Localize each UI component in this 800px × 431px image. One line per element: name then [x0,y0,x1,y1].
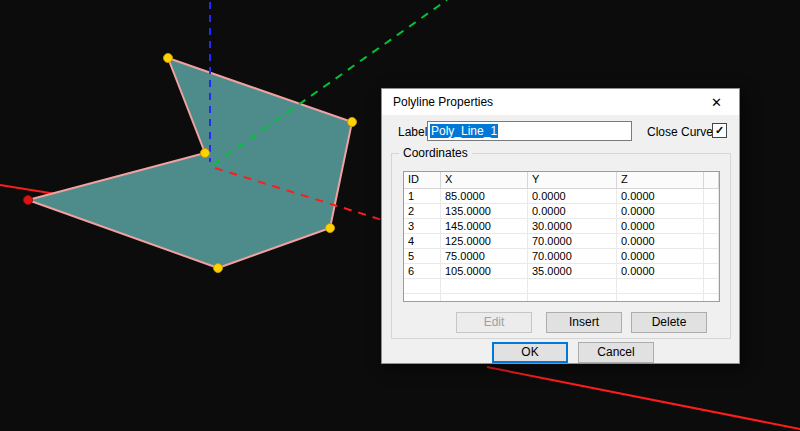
edit-button[interactable]: Edit [456,312,532,333]
cell-y: 0.0000 [528,189,617,204]
coordinates-groupbox-title: Coordinates [399,146,472,160]
table-header-stub [704,172,719,189]
dialog-title: Polyline Properties [382,95,493,109]
cell-z: 0.0000 [617,189,704,204]
polyline-properties-dialog: Polyline Properties ✕ Label Poly_Line_1 … [381,88,740,364]
cell-z: 0.0000 [617,249,704,264]
table-row[interactable]: 3 145.0000 30.0000 0.0000 [404,219,719,234]
vertex-handle[interactable] [164,54,173,63]
vertex-handle[interactable] [326,224,335,233]
cell-y: 70.0000 [528,234,617,249]
cell-z: 0.0000 [617,234,704,249]
cell-stub [704,219,719,234]
cell-empty [704,279,719,294]
table-header-z[interactable]: Z [617,172,704,189]
vertex-handle[interactable] [348,118,357,127]
cell-y: 30.0000 [528,219,617,234]
cell-id: 5 [404,249,441,264]
cell-x: 85.0000 [441,189,528,204]
table-row-empty [404,279,719,294]
cell-id: 6 [404,264,441,279]
close-icon: ✕ [711,96,722,109]
cell-empty [404,279,441,294]
table-header-x[interactable]: X [441,172,528,189]
table-header-id[interactable]: ID [404,172,441,189]
cell-empty [617,294,704,302]
table-row[interactable]: 4 125.0000 70.0000 0.0000 [404,234,719,249]
dialog-body: Label Poly_Line_1 Close Curve ✓ Coordina… [382,115,739,363]
cell-empty [617,279,704,294]
cell-stub [704,264,719,279]
cell-y: 0.0000 [528,204,617,219]
table-row-empty [404,294,719,302]
table-row[interactable]: 1 85.0000 0.0000 0.0000 [404,189,719,204]
ok-button[interactable]: OK [492,342,568,363]
label-input-value: Poly_Line_1 [430,124,498,138]
delete-button[interactable]: Delete [631,312,707,333]
coordinates-table[interactable]: ID X Y Z 1 85.0000 0.0000 0.0000 2 135.0… [403,171,720,302]
cell-id: 3 [404,219,441,234]
close-curve-checkbox[interactable]: ✓ [712,123,727,138]
insert-button[interactable]: Insert [546,312,622,333]
vertex-handle[interactable] [214,264,223,273]
cell-stub [704,189,719,204]
cell-stub [704,249,719,264]
cell-x: 135.0000 [441,204,528,219]
cell-empty [704,294,719,302]
cell-z: 0.0000 [617,204,704,219]
cell-x: 125.0000 [441,234,528,249]
cell-stub [704,234,719,249]
table-row[interactable]: 2 135.0000 0.0000 0.0000 [404,204,719,219]
cell-y: 70.0000 [528,249,617,264]
cell-empty [528,294,617,302]
cell-empty [404,294,441,302]
label-input[interactable]: Poly_Line_1 [427,121,632,141]
cell-x: 75.0000 [441,249,528,264]
table-header-y[interactable]: Y [528,172,617,189]
cell-id: 4 [404,234,441,249]
table-row[interactable]: 5 75.0000 70.0000 0.0000 [404,249,719,264]
cell-z: 0.0000 [617,219,704,234]
cell-id: 1 [404,189,441,204]
label-field-label: Label [398,125,427,139]
cancel-button[interactable]: Cancel [578,342,654,363]
cell-empty [528,279,617,294]
close-button[interactable]: ✕ [694,89,739,115]
vertex-handle-selected[interactable] [24,196,33,205]
dialog-titlebar[interactable]: Polyline Properties ✕ [382,89,739,115]
cell-empty [441,279,528,294]
cell-x: 145.0000 [441,219,528,234]
vertex-handle[interactable] [201,149,210,158]
cell-z: 0.0000 [617,264,704,279]
cell-id: 2 [404,204,441,219]
checkmark-icon: ✓ [715,124,724,136]
cell-y: 35.0000 [528,264,617,279]
cell-empty [441,294,528,302]
cell-x: 105.0000 [441,264,528,279]
close-curve-label: Close Curve [647,125,713,139]
table-header-row: ID X Y Z [404,172,719,189]
table-row[interactable]: 6 105.0000 35.0000 0.0000 [404,264,719,279]
cell-stub [704,204,719,219]
